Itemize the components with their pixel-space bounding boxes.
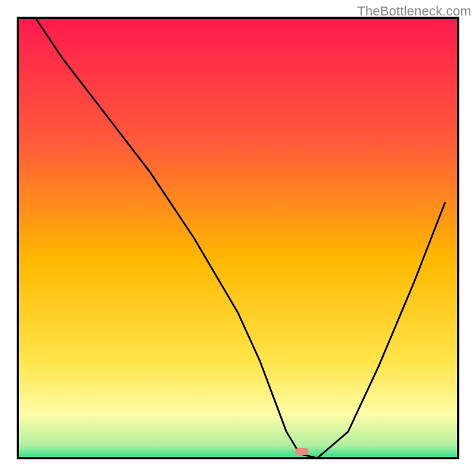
bottleneck-chart xyxy=(0,0,476,476)
chart-container: TheBottleneck.com xyxy=(0,0,476,476)
minimum-marker xyxy=(295,448,308,455)
plot-background xyxy=(18,18,458,458)
watermark-text: TheBottleneck.com xyxy=(357,4,471,19)
